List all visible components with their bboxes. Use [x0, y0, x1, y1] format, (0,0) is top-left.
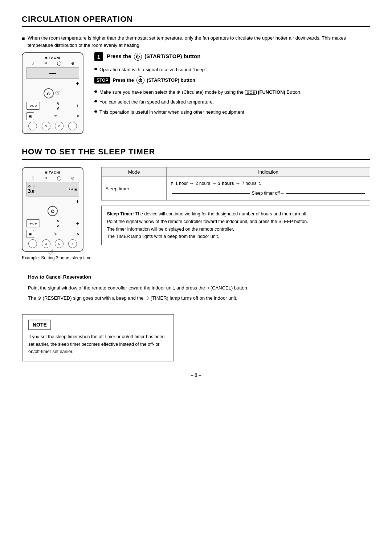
start-stop-btn[interactable]: ⏻	[44, 88, 54, 98]
sleep-timer-btn2[interactable]: ⊙	[55, 239, 64, 248]
table-cell-mode: Sleep timer	[102, 177, 167, 200]
sleep-info-line3: The timer information will be displayed …	[107, 227, 234, 232]
circulate-icon: ⊕	[71, 61, 74, 66]
sleep-snow-icon: ❄	[44, 176, 48, 181]
sleep-off-arrow: ←	[280, 189, 285, 198]
sleep-temp-label: °C	[53, 232, 57, 236]
step1-header: 1 Press the ⏻ (START/STOP) button	[94, 52, 370, 61]
sleep-table: Mode Indication Sleep timer ↱ 1 hour	[101, 167, 370, 200]
cancel-btn[interactable]: ○	[68, 122, 77, 130]
sleep-start-stop-btn[interactable]: ⏻	[48, 206, 58, 216]
remote-center-btn-container: ⏻ ☞	[26, 88, 79, 98]
bullet-square-icon: ■	[22, 35, 25, 49]
circ-bullet-2: You can select the fan speed and desired…	[94, 98, 370, 106]
function-btn-label: ⊛⊙⊕	[245, 90, 257, 95]
function-btn[interactable]: ⊛⊙⊕	[26, 102, 40, 110]
sleep-plus-temp[interactable]: +	[76, 220, 79, 226]
table-row: Sleep timer ↱ 1 hour → 2 hours → 3 hours	[102, 177, 370, 200]
dot-icon-3	[94, 110, 97, 113]
sleep-section: HOW TO SET THE SLEEP TIMER HITACHI ☽ ❄ ◯…	[22, 147, 370, 361]
sleep-lcd-icons: ⊙ ☽	[28, 185, 35, 188]
stop-line: STOP Press the ⏻ (START/STOP) button	[94, 76, 370, 84]
sleep-info-line4: The TIMER lamp lights with a beep from t…	[107, 234, 219, 239]
sleep-cancel-icon[interactable]: ×	[77, 231, 79, 236]
sleep-down-arrow[interactable]: ∨	[56, 223, 60, 228]
reserved-btn[interactable]: ⊙	[42, 122, 50, 130]
circulation-intro-text: When the room temperature is higher than…	[28, 35, 370, 49]
sleep-off-text: Sleep timer off	[252, 190, 279, 198]
sleep-reserved-btn[interactable]: ⊙	[42, 239, 50, 248]
arrow-2: →	[212, 179, 217, 188]
snow-icon: ❄	[44, 61, 48, 66]
arrow-3: →	[235, 179, 240, 188]
page-number: – 8 –	[22, 372, 370, 378]
remote-display: —	[26, 67, 79, 79]
stop-circle-icon: ⏻	[136, 76, 144, 84]
sleep-body: HITACHI ☽ ❄ ◯ ⊕ ⊙ ☽ 3л .l.l Hr.▣	[22, 167, 370, 261]
remote-icons-row: ☽ ❄ ◯ ⊕	[26, 61, 79, 66]
sleep-up-arrow[interactable]: ∧	[56, 218, 60, 223]
sleep-square-btn[interactable]: ▣	[26, 230, 34, 238]
cancel-line-1: Point the signal window of the remote co…	[28, 284, 364, 292]
timer-btn[interactable]: ⊙	[55, 122, 64, 130]
sleep-function-btn[interactable]: ⊛⊙⊕	[26, 219, 40, 227]
sleep-remote: HITACHI ☽ ❄ ◯ ⊕ ⊙ ☽ 3л .l.l Hr.▣	[22, 167, 83, 252]
sleep-function-row: ⊛⊙⊕ ∧ ∨ +	[26, 218, 79, 228]
arrow-1: →	[189, 179, 194, 188]
sleep-moon-icon: ☽	[31, 176, 34, 181]
sleep-off-line2	[286, 193, 365, 194]
note-text: If you set the sleep timer when the off-…	[28, 333, 168, 356]
circulation-instructions: 1 Press the ⏻ (START/STOP) button Operat…	[94, 52, 370, 118]
sleep-bottom-row: I ⊙ ⊙ ○ ☞	[26, 239, 79, 248]
indication-content: ↱ 1 hour → 2 hours → 3 hours → 7 hours ↴	[170, 179, 366, 198]
hour-1: 1 hour	[175, 180, 188, 188]
remote-bottom-row: I ⊙ ⊙ ○	[26, 122, 79, 130]
cancel-icon[interactable]: ×	[77, 114, 79, 119]
circ-bullet-3-text: This operation is useful in winter when …	[99, 109, 246, 116]
sleep-circle-icon: ◯	[57, 176, 61, 181]
circ-bullet-3: This operation is useful in winter when …	[94, 109, 370, 116]
sleep-power-btn[interactable]: I	[28, 239, 37, 248]
circulation-intro: ■ When the room temperature is higher th…	[22, 35, 370, 49]
sleep-cancel-btn[interactable]: ○	[68, 239, 77, 248]
sleep-start-icon: ⏻	[51, 209, 54, 213]
power-btn[interactable]: I	[28, 122, 37, 130]
sleep-center-btn: ⏻	[26, 206, 79, 216]
table-cell-indication: ↱ 1 hour → 2 hours → 3 hours → 7 hours ↴	[167, 177, 370, 200]
moon-icon: ☽	[31, 61, 34, 66]
sleep-off-line	[172, 193, 250, 194]
sleep-info-line2: Point the signal window of the remote co…	[107, 219, 308, 224]
sleep-lcd-main: 3л	[28, 188, 35, 194]
plus-temp-icon[interactable]: +	[76, 103, 79, 109]
start-stop-icon: ⏻	[47, 92, 50, 96]
sleep-plus: +	[26, 198, 79, 204]
sleep-lcd-left: ⊙ ☽ 3л	[28, 185, 35, 194]
dot-icon-1	[94, 90, 97, 93]
up-arrow-icon[interactable]: ∧	[56, 101, 60, 106]
arrow-group: ∧ ∨	[56, 101, 60, 111]
display-dash: —	[49, 69, 56, 77]
remote-brand: HITACHI	[26, 56, 79, 60]
dot-icon-2	[94, 100, 97, 102]
sleep-lcd-hr: .l.l Hr.▣	[67, 188, 77, 191]
sleep-remote-brand: HITACHI	[26, 171, 79, 174]
remote-temp-row: ▣ °C ×	[26, 112, 79, 120]
step-number: 1	[94, 52, 103, 61]
sleep-title: HOW TO SET THE SLEEP TIMER	[22, 147, 370, 160]
remote-function-row: ⊛⊙⊕ ∧ ∨ +	[26, 101, 79, 111]
circle-icon: ◯	[57, 61, 61, 66]
sleep-remote-icons: ☽ ❄ ◯ ⊕	[26, 176, 79, 181]
stop-text: Press the ⏻ (START/STOP) button	[113, 76, 195, 84]
table-header-indication: Indication	[167, 167, 370, 177]
hour-2: 2 hours	[196, 180, 210, 188]
example-text: Example: Setting 3 hours sleep time.	[22, 255, 93, 261]
sleep-remote-container: HITACHI ☽ ❄ ◯ ⊕ ⊙ ☽ 3л .l.l Hr.▣	[22, 167, 93, 261]
sleep-plus-icon: +	[76, 198, 79, 204]
down-arrow-icon[interactable]: ∨	[56, 106, 60, 111]
note-label: NOTE	[28, 320, 51, 330]
square-btn[interactable]: ▣	[26, 112, 34, 120]
sleep-lcd-display: ⊙ ☽ 3л .l.l Hr.▣	[26, 182, 79, 197]
corner-down-icon: ↴	[258, 180, 261, 188]
sleep-right: Mode Indication Sleep timer ↱ 1 hour	[101, 167, 370, 245]
arrow-flow: ↱ 1 hour → 2 hours → 3 hours → 7 hours ↴	[170, 179, 366, 188]
